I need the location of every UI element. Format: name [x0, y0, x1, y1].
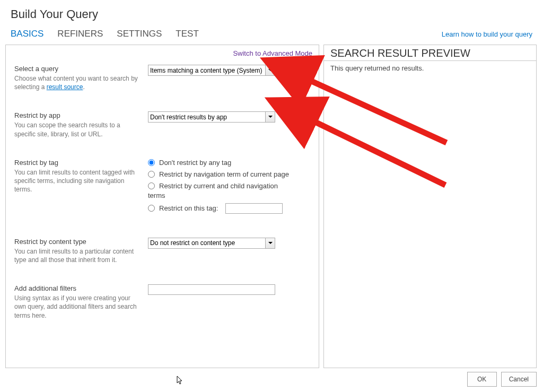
restrict-app-title: Restrict by app: [14, 111, 142, 119]
radio-child-nav[interactable]: [148, 182, 155, 189]
preview-body: This query returned no results.: [324, 61, 536, 75]
add-filters-desc: Using syntax as if you were creating you…: [14, 294, 142, 320]
restrict-app-desc: You can scope the search results to a sp…: [14, 121, 142, 138]
cancel-button[interactable]: Cancel: [501, 372, 537, 387]
radio-on-tag[interactable]: [148, 205, 155, 212]
section-restrict-tag: Restrict by tag You can limit results to…: [14, 159, 311, 217]
radio-no-tag-label: Don't restrict by any tag: [159, 159, 231, 167]
section-add-filters: Add additional filters Using syntax as i…: [14, 284, 311, 320]
select-query-title: Select a query: [14, 65, 142, 73]
result-source-link[interactable]: result source: [47, 83, 83, 91]
preview-title: SEARCH RESULT PREVIEW: [324, 45, 536, 61]
switch-mode-link[interactable]: Switch to Advanced Mode: [6, 45, 319, 65]
select-query-desc: Choose what content you want to search b…: [14, 74, 142, 91]
page-title: Build Your Query: [0, 0, 543, 25]
radio-nav-term[interactable]: [148, 171, 155, 178]
footer-buttons: OK Cancel: [467, 372, 537, 387]
tag-input[interactable]: [225, 203, 283, 214]
radio-on-tag-label: Restrict on this tag:: [159, 204, 218, 212]
radio-child-nav-label-cont: terms: [148, 191, 307, 199]
restrict-ct-dropdown[interactable]: Do not restrict on content type: [148, 238, 275, 249]
help-link[interactable]: Learn how to build your query: [442, 30, 532, 38]
tab-refiners[interactable]: REFINERS: [57, 29, 103, 39]
tab-basics[interactable]: BASICS: [11, 29, 43, 39]
restrict-app-dropdown[interactable]: Don't restrict results by app: [148, 111, 275, 123]
section-restrict-app: Restrict by app You can scope the search…: [14, 111, 311, 138]
section-select-query: Select a query Choose what content you w…: [14, 65, 311, 91]
restrict-ct-title: Restrict by content type: [14, 238, 142, 246]
additional-filters-input[interactable]: [148, 284, 275, 295]
select-query-desc-post: .: [83, 83, 84, 91]
restrict-ct-desc: You can limit results to a particular co…: [14, 247, 142, 264]
right-panel: SEARCH RESULT PREVIEW This query returne…: [323, 45, 537, 368]
radio-child-nav-label: Restrict by current and child navigation: [159, 182, 278, 190]
left-panel: Switch to Advanced Mode Select a query C…: [5, 45, 319, 368]
tab-test[interactable]: TEST: [176, 29, 198, 39]
ok-button[interactable]: OK: [467, 372, 497, 387]
radio-no-tag[interactable]: [148, 159, 155, 166]
radio-nav-term-label: Restrict by navigation term of current p…: [159, 170, 289, 178]
section-restrict-content-type: Restrict by content type You can limit r…: [14, 238, 311, 264]
tab-settings[interactable]: SETTINGS: [117, 29, 162, 39]
cursor-icon: [177, 376, 184, 387]
add-filters-title: Add additional filters: [14, 284, 142, 292]
restrict-tag-title: Restrict by tag: [14, 159, 142, 167]
tab-bar: BASICS REFINERS SETTINGS TEST Learn how …: [0, 25, 543, 45]
select-query-dropdown[interactable]: Items matching a content type (System): [148, 65, 275, 76]
restrict-tag-desc: You can limit results to content tagged …: [14, 168, 142, 194]
